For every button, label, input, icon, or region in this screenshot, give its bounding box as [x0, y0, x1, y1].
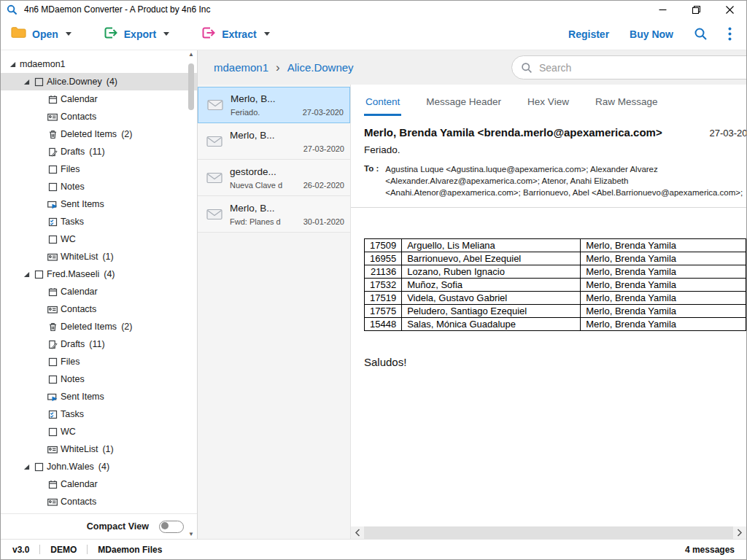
- trash-icon: [46, 130, 59, 139]
- table-cell: Peludero, Santiago Ezequiel: [402, 305, 581, 318]
- expand-arrow-icon[interactable]: [20, 271, 32, 278]
- message-reader: Content Message Header Hex View Raw Mess…: [351, 85, 746, 539]
- table-cell: Merlo, Brenda Yamila: [581, 239, 746, 252]
- message-sender: gestorde...: [230, 166, 344, 177]
- tree-item-label: WC: [61, 427, 76, 437]
- mode-label: DEMO: [50, 545, 77, 555]
- sidebar-scrollbar[interactable]: ▲ ▼: [186, 50, 196, 539]
- extract-label: Extract: [222, 28, 256, 40]
- expand-arrow-icon[interactable]: [20, 79, 32, 85]
- message-list-item[interactable]: Merlo, B...Feriado.27-03-2020: [198, 87, 350, 123]
- tree-item-sent-items[interactable]: Sent Items: [1, 388, 197, 405]
- scrollbar-thumb[interactable]: [188, 63, 194, 110]
- message-list-item[interactable]: gestorde...Nueva Clave d26-02-2020: [198, 160, 350, 196]
- tree-item-calendar[interactable]: Calendar: [1, 475, 197, 493]
- more-menu-icon[interactable]: [728, 27, 732, 41]
- scroll-down-icon[interactable]: ▼: [188, 530, 194, 539]
- tree-item-contacts[interactable]: Contacts: [1, 493, 197, 510]
- tree-item-deleted-items[interactable]: Deleted Items(2): [1, 318, 197, 335]
- register-link[interactable]: Register: [568, 28, 609, 40]
- tree-item-deleted-items[interactable]: Deleted Items(2): [1, 125, 197, 143]
- reader-horizontal-scrollbar[interactable]: [351, 526, 746, 539]
- scroll-left-icon[interactable]: [351, 529, 364, 537]
- tree-item-wc[interactable]: WC: [1, 423, 197, 440]
- scrollbar-thumb[interactable]: [364, 526, 733, 539]
- tab-message-header[interactable]: Message Header: [425, 92, 503, 116]
- folder-tree: mdaemon1Alice.Downey(4)CalendarContactsD…: [1, 50, 197, 513]
- message-summary: Merlo, B...Feriado.27-03-2020: [231, 93, 344, 117]
- tree-item-tasks[interactable]: Tasks: [1, 213, 197, 230]
- tree-item-count: (2): [121, 322, 132, 332]
- expand-arrow-icon[interactable]: [20, 464, 32, 470]
- table-cell: 21136: [365, 265, 402, 279]
- tree-item-label: Deleted Items: [61, 129, 117, 139]
- tree-item-notes[interactable]: Notes: [1, 178, 197, 195]
- tree-item-files[interactable]: Files: [1, 353, 197, 370]
- tree-item-sent-items[interactable]: Sent Items: [1, 195, 197, 213]
- buy-now-link[interactable]: Buy Now: [630, 28, 673, 40]
- tab-hex-view[interactable]: Hex View: [526, 92, 570, 116]
- tree-item-label: WC: [61, 234, 76, 244]
- tab-raw-message[interactable]: Raw Message: [594, 92, 659, 116]
- tree-item-contacts[interactable]: Contacts: [1, 108, 197, 125]
- tree-item-label: Calendar: [61, 479, 98, 489]
- folder-icon: [32, 462, 45, 472]
- scroll-right-icon[interactable]: [733, 529, 746, 537]
- scroll-up-icon[interactable]: ▲: [188, 50, 194, 59]
- compact-view-toggle[interactable]: [159, 521, 184, 533]
- table-row: 17532Muñoz, SofiaMerlo, Brenda Yamila: [365, 279, 746, 292]
- minimize-button[interactable]: [646, 1, 679, 18]
- tree-item-deleted-items[interactable]: Deleted Items(2): [1, 510, 197, 513]
- tree-item-wc[interactable]: WC: [1, 230, 197, 248]
- tree-item-drafts[interactable]: Drafts(11): [1, 335, 197, 353]
- search-icon[interactable]: [694, 27, 708, 41]
- tree-item-tasks[interactable]: Tasks: [1, 405, 197, 423]
- tree-item-john-wales[interactable]: John.Wales(4): [1, 458, 197, 475]
- box-icon: [46, 357, 59, 367]
- message-date: 27-03-2020: [710, 128, 747, 139]
- box-icon: [46, 182, 59, 192]
- extract-button[interactable]: Extract: [201, 26, 269, 42]
- table-cell: Lozano, Ruben Ignacio: [402, 265, 581, 279]
- close-button[interactable]: [713, 1, 746, 18]
- calendar-icon: [46, 480, 59, 489]
- search-box[interactable]: [511, 55, 747, 79]
- message-list-item[interactable]: Merlo, B...Fwd: Planes d30-01-2020: [198, 196, 350, 233]
- breadcrumb-root[interactable]: mdaemon1: [214, 61, 268, 74]
- to-label: To :: [364, 164, 379, 201]
- search-input[interactable]: [539, 62, 714, 74]
- message-preview: Feriado.: [231, 108, 260, 117]
- breadcrumb-current[interactable]: Alice.Downey: [287, 61, 354, 74]
- message-summary: Merlo, B...Fwd: Planes d30-01-2020: [230, 203, 344, 226]
- envelope-icon: [206, 136, 222, 147]
- expand-arrow-icon[interactable]: [7, 61, 18, 68]
- message-list-item[interactable]: Merlo, B...27-03-2020: [198, 123, 350, 160]
- contacts-icon: [46, 305, 59, 314]
- tree-item-contacts[interactable]: Contacts: [1, 300, 197, 318]
- tree-item-calendar[interactable]: Calendar: [1, 90, 197, 108]
- export-button[interactable]: Export: [104, 26, 169, 42]
- tree-item-label: Calendar: [61, 287, 98, 297]
- tree-item-label: Contacts: [61, 112, 96, 122]
- maximize-button[interactable]: [679, 1, 713, 18]
- tree-item-whitelist[interactable]: WhiteList(1): [1, 248, 197, 265]
- tree-item-whitelist[interactable]: WhiteList(1): [1, 440, 197, 458]
- tree-item-notes[interactable]: Notes: [1, 370, 197, 388]
- table-row: 15448Salas, Mónica GuadalupeMerlo, Brend…: [365, 318, 746, 331]
- tree-item-label: Sent Items: [61, 199, 104, 209]
- compact-view-label: Compact View: [87, 521, 149, 532]
- message-from: Merlo, Brenda Yamila <brenda.merlo@apexa…: [364, 126, 662, 139]
- tree-item-calendar[interactable]: Calendar: [1, 283, 197, 300]
- tree-item-mdaemon1[interactable]: mdaemon1: [1, 55, 197, 73]
- tree-item-files[interactable]: Files: [1, 160, 197, 178]
- open-button[interactable]: Open: [11, 26, 71, 42]
- tab-content[interactable]: Content: [364, 92, 401, 116]
- tree-item-drafts[interactable]: Drafts(11): [1, 143, 197, 160]
- tree-item-label: Tasks: [61, 409, 84, 419]
- tree-item-label: Sent Items: [61, 392, 104, 402]
- tree-item-alice-downey[interactable]: Alice.Downey(4): [1, 73, 197, 90]
- tree-item-fred-maseeli[interactable]: Fred.Maseeli(4): [1, 265, 197, 283]
- tree-item-label: Notes: [61, 182, 85, 192]
- file-format-label: MDaemon Files: [98, 545, 162, 555]
- tree-item-label: Deleted Items: [61, 322, 117, 332]
